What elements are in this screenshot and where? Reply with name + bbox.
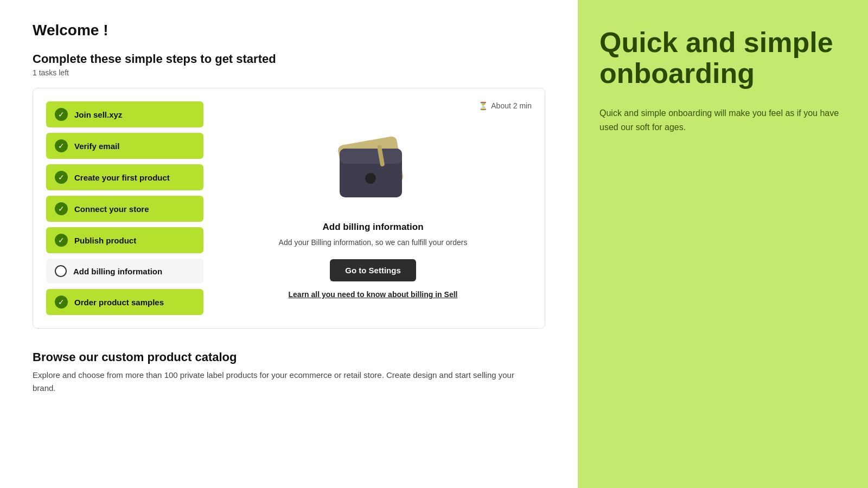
detail-description: Add your Billing information, so we can … (279, 237, 468, 248)
welcome-title: Welcome ! (33, 22, 545, 39)
browse-title: Browse our custom product catalog (33, 350, 545, 364)
learn-link[interactable]: Learn all you need to know about billing… (289, 290, 458, 299)
step-item-samples[interactable]: ✓Order product samples (46, 289, 203, 315)
step-label: Publish product (74, 236, 136, 245)
panel-heading: Quick and simple onboarding (599, 27, 846, 89)
right-panel: Quick and simple onboarding Quick and si… (578, 0, 868, 488)
step-item-connect-store[interactable]: ✓Connect your store (46, 196, 203, 222)
panel-description: Quick and simple onboarding will make yo… (599, 106, 846, 134)
step-item-create-product[interactable]: ✓Create your first product (46, 164, 203, 190)
step-item-verify[interactable]: ✓Verify email (46, 133, 203, 159)
browse-description: Explore and choose from more than 100 pr… (33, 369, 521, 395)
browse-section: Browse our custom product catalog Explor… (33, 350, 545, 395)
detail-title: Add billing information (322, 222, 423, 233)
step-label: Connect your store (74, 204, 149, 214)
step-label: Add billing information (73, 267, 162, 276)
step-label: Verify email (74, 142, 119, 151)
step-label: Create your first product (74, 173, 170, 182)
svg-rect-2 (340, 149, 402, 164)
step-item-join[interactable]: ✓Join sell.xyz (46, 101, 203, 127)
check-icon: ✓ (55, 296, 68, 309)
tasks-left: 1 tasks left (33, 68, 545, 77)
check-icon: ✓ (55, 234, 68, 247)
check-icon: ✓ (55, 139, 68, 152)
wallet-illustration (330, 124, 417, 211)
check-icon: ✓ (55, 108, 68, 121)
step-item-billing[interactable]: Add billing information (46, 259, 203, 284)
hourglass-icon: ⏳ (478, 101, 488, 110)
radio-icon (55, 265, 67, 277)
main-content: Welcome ! Complete these simple steps to… (0, 0, 578, 488)
time-badge: ⏳ About 2 min (478, 101, 532, 110)
section-title: Complete these simple steps to get start… (33, 52, 545, 66)
check-icon: ✓ (55, 202, 68, 215)
check-icon: ✓ (55, 171, 68, 184)
step-item-publish[interactable]: ✓Publish product (46, 227, 203, 253)
onboarding-card: ✓Join sell.xyz✓Verify email✓Create your … (33, 88, 545, 329)
go-to-settings-button[interactable]: Go to Settings (330, 259, 416, 281)
step-detail: ⏳ About 2 min Add billing informati (214, 101, 532, 315)
steps-list: ✓Join sell.xyz✓Verify email✓Create your … (46, 101, 203, 315)
svg-point-3 (365, 173, 376, 184)
step-label: Join sell.xyz (74, 110, 122, 119)
step-label: Order product samples (74, 298, 164, 307)
